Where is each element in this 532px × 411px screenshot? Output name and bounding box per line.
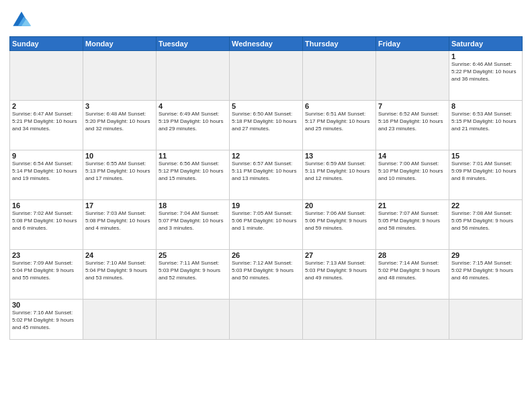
week-row-3: 16Sunrise: 7:02 AM Sunset: 5:08 PM Dayli… — [10, 200, 523, 250]
calendar-cell: 14Sunrise: 7:00 AM Sunset: 5:10 PM Dayli… — [376, 150, 449, 200]
calendar-cell — [230, 51, 303, 101]
day-info: Sunrise: 6:48 AM Sunset: 5:20 PM Dayligh… — [85, 111, 154, 132]
day-info: Sunrise: 6:56 AM Sunset: 5:12 PM Dayligh… — [159, 161, 227, 182]
calendar-cell — [157, 300, 230, 340]
page: SundayMondayTuesdayWednesdayThursdayFrid… — [0, 0, 532, 411]
calendar-cell: 4Sunrise: 6:49 AM Sunset: 5:19 PM Daylig… — [157, 101, 230, 150]
calendar-cell: 13Sunrise: 6:59 AM Sunset: 5:11 PM Dayli… — [303, 150, 376, 200]
day-number: 21 — [378, 201, 447, 210]
day-info: Sunrise: 7:10 AM Sunset: 5:04 PM Dayligh… — [85, 260, 154, 281]
day-number: 13 — [305, 152, 373, 160]
day-info: Sunrise: 7:12 AM Sunset: 5:03 PM Dayligh… — [232, 260, 300, 281]
weekday-header-saturday: Saturday — [449, 37, 523, 51]
calendar-cell: 1Sunrise: 6:46 AM Sunset: 5:22 PM Daylig… — [449, 51, 523, 101]
calendar-cell: 26Sunrise: 7:12 AM Sunset: 5:03 PM Dayli… — [230, 250, 303, 300]
day-info: Sunrise: 7:06 AM Sunset: 5:06 PM Dayligh… — [305, 210, 373, 232]
calendar-cell — [10, 51, 83, 101]
calendar-cell: 27Sunrise: 7:13 AM Sunset: 5:03 PM Dayli… — [303, 250, 376, 300]
day-number: 25 — [159, 251, 227, 259]
week-row-4: 23Sunrise: 7:09 AM Sunset: 5:04 PM Dayli… — [10, 250, 523, 300]
day-info: Sunrise: 6:47 AM Sunset: 5:21 PM Dayligh… — [12, 111, 81, 132]
day-number: 20 — [305, 201, 373, 210]
calendar-cell — [157, 51, 230, 101]
calendar-cell: 10Sunrise: 6:55 AM Sunset: 5:13 PM Dayli… — [83, 150, 157, 200]
day-info: Sunrise: 6:59 AM Sunset: 5:11 PM Dayligh… — [305, 161, 373, 182]
week-row-1: 2Sunrise: 6:47 AM Sunset: 5:21 PM Daylig… — [10, 101, 523, 150]
day-number: 29 — [451, 251, 520, 259]
calendar-cell: 18Sunrise: 7:04 AM Sunset: 5:07 PM Dayli… — [157, 200, 230, 250]
calendar-cell: 20Sunrise: 7:06 AM Sunset: 5:06 PM Dayli… — [303, 200, 376, 250]
calendar-cell: 5Sunrise: 6:50 AM Sunset: 5:18 PM Daylig… — [230, 101, 303, 150]
day-number: 4 — [159, 102, 227, 110]
day-info: Sunrise: 7:04 AM Sunset: 5:07 PM Dayligh… — [159, 210, 227, 232]
day-info: Sunrise: 6:55 AM Sunset: 5:13 PM Dayligh… — [85, 161, 154, 182]
day-number: 16 — [12, 201, 81, 210]
day-number: 10 — [85, 152, 154, 160]
weekday-header-wednesday: Wednesday — [230, 37, 303, 51]
day-number: 2 — [12, 102, 81, 110]
day-number: 7 — [378, 102, 447, 110]
calendar-cell: 3Sunrise: 6:48 AM Sunset: 5:20 PM Daylig… — [83, 101, 157, 150]
day-number: 11 — [159, 152, 227, 160]
calendar-cell: 24Sunrise: 7:10 AM Sunset: 5:04 PM Dayli… — [83, 250, 157, 300]
calendar-cell — [449, 300, 523, 340]
calendar-cell: 8Sunrise: 6:53 AM Sunset: 5:15 PM Daylig… — [449, 101, 523, 150]
day-info: Sunrise: 7:07 AM Sunset: 5:05 PM Dayligh… — [378, 210, 447, 232]
calendar-table: SundayMondayTuesdayWednesdayThursdayFrid… — [9, 36, 523, 340]
calendar-cell: 2Sunrise: 6:47 AM Sunset: 5:21 PM Daylig… — [10, 101, 83, 150]
day-info: Sunrise: 7:01 AM Sunset: 5:09 PM Dayligh… — [451, 161, 520, 182]
day-info: Sunrise: 6:57 AM Sunset: 5:11 PM Dayligh… — [232, 161, 300, 182]
calendar-cell: 11Sunrise: 6:56 AM Sunset: 5:12 PM Dayli… — [157, 150, 230, 200]
day-number: 27 — [305, 251, 373, 259]
day-info: Sunrise: 6:52 AM Sunset: 5:16 PM Dayligh… — [378, 111, 447, 132]
day-number: 9 — [12, 152, 81, 160]
weekday-header-tuesday: Tuesday — [157, 37, 230, 51]
day-number: 23 — [12, 251, 81, 259]
day-info: Sunrise: 7:15 AM Sunset: 5:02 PM Dayligh… — [451, 260, 520, 281]
calendar-cell: 16Sunrise: 7:02 AM Sunset: 5:08 PM Dayli… — [10, 200, 83, 250]
day-number: 19 — [232, 201, 300, 210]
calendar-cell: 19Sunrise: 7:05 AM Sunset: 5:06 PM Dayli… — [230, 200, 303, 250]
logo-icon — [9, 7, 34, 31]
day-number: 24 — [85, 251, 154, 259]
calendar-cell: 25Sunrise: 7:11 AM Sunset: 5:03 PM Dayli… — [157, 250, 230, 300]
day-info: Sunrise: 6:53 AM Sunset: 5:15 PM Dayligh… — [451, 111, 520, 132]
header — [9, 7, 523, 31]
weekday-header-sunday: Sunday — [10, 37, 83, 51]
logo — [9, 7, 36, 31]
day-info: Sunrise: 6:51 AM Sunset: 5:17 PM Dayligh… — [305, 111, 373, 132]
calendar-cell: 12Sunrise: 6:57 AM Sunset: 5:11 PM Dayli… — [230, 150, 303, 200]
weekday-header-row: SundayMondayTuesdayWednesdayThursdayFrid… — [10, 37, 523, 51]
day-number: 28 — [378, 251, 447, 259]
day-number: 8 — [451, 102, 520, 110]
calendar-cell: 30Sunrise: 7:16 AM Sunset: 5:02 PM Dayli… — [10, 300, 83, 340]
weekday-header-thursday: Thursday — [303, 37, 376, 51]
calendar-cell — [83, 300, 157, 340]
day-number: 17 — [85, 201, 154, 210]
weekday-header-monday: Monday — [83, 37, 157, 51]
calendar-cell: 22Sunrise: 7:08 AM Sunset: 5:05 PM Dayli… — [449, 200, 523, 250]
day-info: Sunrise: 7:05 AM Sunset: 5:06 PM Dayligh… — [232, 210, 300, 232]
day-number: 5 — [232, 102, 300, 110]
calendar-cell — [376, 51, 449, 101]
calendar-cell — [303, 51, 376, 101]
day-info: Sunrise: 7:16 AM Sunset: 5:02 PM Dayligh… — [12, 310, 81, 331]
week-row-0: 1Sunrise: 6:46 AM Sunset: 5:22 PM Daylig… — [10, 51, 523, 101]
day-info: Sunrise: 7:02 AM Sunset: 5:08 PM Dayligh… — [12, 210, 81, 232]
day-info: Sunrise: 7:03 AM Sunset: 5:08 PM Dayligh… — [85, 210, 154, 232]
day-info: Sunrise: 6:46 AM Sunset: 5:22 PM Dayligh… — [451, 61, 520, 83]
calendar-cell: 29Sunrise: 7:15 AM Sunset: 5:02 PM Dayli… — [449, 250, 523, 300]
day-number: 22 — [451, 201, 520, 210]
calendar-cell: 9Sunrise: 6:54 AM Sunset: 5:14 PM Daylig… — [10, 150, 83, 200]
day-info: Sunrise: 6:49 AM Sunset: 5:19 PM Dayligh… — [159, 111, 227, 132]
day-number: 6 — [305, 102, 373, 110]
day-info: Sunrise: 7:14 AM Sunset: 5:02 PM Dayligh… — [378, 260, 447, 281]
calendar-cell: 15Sunrise: 7:01 AM Sunset: 5:09 PM Dayli… — [449, 150, 523, 200]
calendar-cell: 17Sunrise: 7:03 AM Sunset: 5:08 PM Dayli… — [83, 200, 157, 250]
calendar-cell: 7Sunrise: 6:52 AM Sunset: 5:16 PM Daylig… — [376, 101, 449, 150]
weekday-header-friday: Friday — [376, 37, 449, 51]
day-number: 3 — [85, 102, 154, 110]
day-info: Sunrise: 7:13 AM Sunset: 5:03 PM Dayligh… — [305, 260, 373, 281]
day-info: Sunrise: 6:50 AM Sunset: 5:18 PM Dayligh… — [232, 111, 300, 132]
calendar-cell — [303, 300, 376, 340]
